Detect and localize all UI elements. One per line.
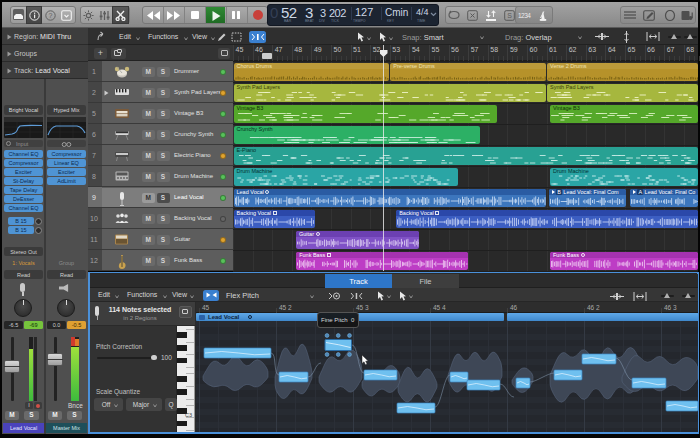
svg-text:S: S	[507, 12, 512, 19]
svg-text:?: ?	[48, 12, 52, 19]
